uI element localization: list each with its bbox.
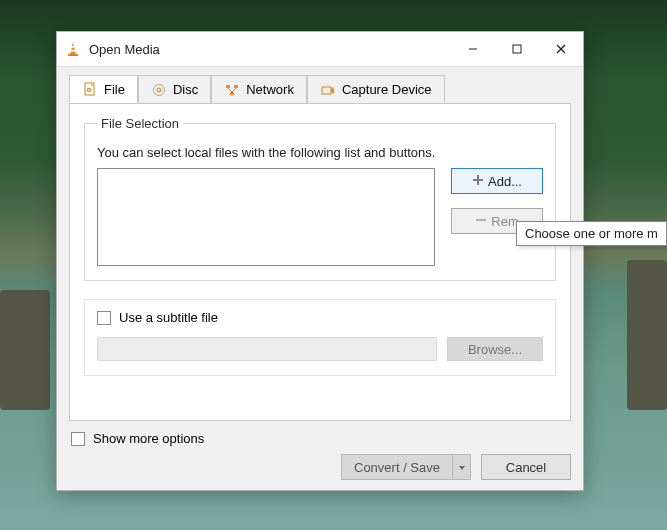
tab-label: Network [246,82,294,97]
browse-label: Browse... [468,342,522,357]
file-list[interactable] [97,168,435,266]
close-button[interactable] [539,32,583,66]
file-selection-group: File Selection You can select local file… [84,116,556,281]
convert-save-button[interactable]: Convert / Save [341,454,471,480]
titlebar: Open Media [57,32,583,66]
svg-rect-1 [71,46,75,48]
tab-bar: File Disc Network Capture Device [69,75,571,103]
remove-label: Rem [491,214,518,229]
svg-rect-15 [226,85,230,88]
svg-marker-0 [70,42,76,55]
convert-label: Convert / Save [354,460,440,475]
more-options-checkbox[interactable] [71,432,85,446]
disc-icon [151,82,167,98]
tab-label: Disc [173,82,198,97]
window-title: Open Media [89,42,451,57]
file-selection-desc: You can select local files with the foll… [97,145,543,160]
capture-device-icon [320,82,336,98]
subtitle-label: Use a subtitle file [119,310,218,325]
add-button[interactable]: Add... [451,168,543,194]
add-button-tooltip: Choose one or more m [516,221,667,246]
svg-rect-16 [234,85,238,88]
more-options-label: Show more options [93,431,204,446]
maximize-button[interactable] [495,32,539,66]
tab-disc[interactable]: Disc [138,75,211,103]
network-icon [224,82,240,98]
plus-icon [472,174,484,189]
tab-file-panel: File Selection You can select local file… [69,103,571,421]
browse-button[interactable]: Browse... [447,337,543,361]
svg-line-19 [232,88,236,92]
svg-point-14 [158,89,160,91]
cancel-label: Cancel [506,460,546,475]
svg-line-18 [228,88,232,92]
svg-rect-5 [513,45,521,53]
file-icon [82,81,98,97]
svg-rect-17 [230,92,234,95]
dialog-footer: Convert / Save Cancel [69,446,571,480]
tab-label: Capture Device [342,82,432,97]
svg-rect-20 [322,87,331,94]
file-selection-legend: File Selection [97,116,183,131]
subtitle-checkbox[interactable] [97,311,111,325]
tab-file[interactable]: File [69,75,138,103]
tab-network[interactable]: Network [211,75,307,103]
svg-marker-25 [459,466,465,470]
subtitle-group: Use a subtitle file Browse... [84,299,556,376]
svg-rect-2 [70,50,76,52]
tab-label: File [104,82,125,97]
convert-save-dropdown[interactable] [453,454,471,480]
vlc-cone-icon [65,41,83,57]
chevron-down-icon [458,460,466,475]
minus-icon [475,214,487,229]
add-label: Add... [488,174,522,189]
open-media-dialog: Open Media File [56,31,584,491]
svg-rect-24 [476,219,486,221]
svg-rect-23 [473,179,483,181]
tab-capture-device[interactable]: Capture Device [307,75,445,103]
cancel-button[interactable]: Cancel [481,454,571,480]
subtitle-path-input[interactable] [97,337,437,361]
svg-rect-3 [68,54,78,56]
minimize-button[interactable] [451,32,495,66]
